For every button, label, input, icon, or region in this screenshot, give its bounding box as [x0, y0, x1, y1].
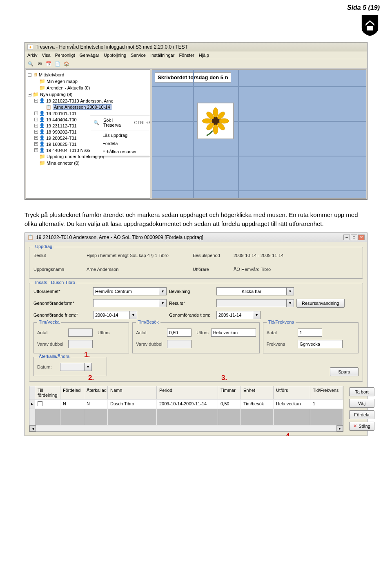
ctx-search[interactable]: 🔍Sök i TreservaCTRL+S	[90, 116, 150, 129]
menu-personligt[interactable]: Personligt	[55, 53, 75, 58]
gen-tom-date[interactable]: 2009-11-14▾	[216, 311, 294, 319]
tf-frekvens-input[interactable]: Ggr/vecka	[298, 340, 343, 348]
scroll-right-button[interactable]: ▸	[336, 425, 343, 431]
tree-person-3[interactable]: 19 440404-T00	[46, 117, 77, 122]
chevron-down-icon[interactable]: ▾	[287, 287, 294, 295]
scroll-left-button[interactable]: ◂	[29, 425, 36, 431]
expand-icon[interactable]: +	[34, 130, 38, 134]
utforarenhet-select[interactable]: Hemvård Centrum▾	[93, 287, 167, 295]
genform-select[interactable]: ▾	[93, 299, 167, 307]
menubar[interactable]: Arkiv Visa Personligt Genvägar Uppföljni…	[25, 51, 367, 59]
ctx-read[interactable]: Läs uppdrag	[90, 131, 150, 139]
menu-arkiv[interactable]: Arkiv	[27, 53, 37, 58]
tree-person-1[interactable]: 19 221022-T010 Andersson, Arne	[46, 98, 114, 103]
bevakning-label: Bevakning	[169, 289, 214, 294]
page-number: Sida 5 (19)	[0, 0, 392, 14]
ctx-fordela[interactable]: Fördela	[90, 139, 150, 148]
tb-antal-input[interactable]: 0,50	[167, 329, 192, 337]
ctx-resurser[interactable]: Erhållna resurser	[90, 148, 150, 156]
col-timmar[interactable]: Timmar	[218, 386, 241, 399]
cell-tidfrekvens: 1	[310, 400, 343, 409]
stang-button[interactable]: ✕Stäng	[349, 422, 374, 431]
table-row[interactable]: ▸ N N Dusch Tibro 2009-10-14-2009-11-14 …	[29, 399, 343, 409]
collapse-icon[interactable]: –	[28, 93, 31, 96]
checkbox[interactable]	[38, 401, 42, 406]
expand-icon[interactable]: +	[34, 118, 38, 121]
collapse-icon[interactable]: –	[28, 73, 31, 77]
ta-bort-button[interactable]: Ta bort	[349, 387, 374, 396]
beslutsperiod-value: 2009-10-14 - 2009-11-14	[234, 253, 283, 258]
resurs-select[interactable]: ▾	[216, 299, 294, 307]
col-period[interactable]: Period	[157, 386, 218, 399]
menu-visa[interactable]: Visa	[42, 53, 51, 58]
bevakning-button[interactable]: Klicka här▾	[216, 287, 294, 295]
tree-person-2[interactable]: 19 200101-T01	[46, 111, 77, 116]
table-row-empty[interactable]	[29, 409, 343, 425]
desktop-thumbnail[interactable]	[197, 103, 234, 139]
chevron-down-icon[interactable]: ▾	[130, 311, 137, 319]
menu-genvagar[interactable]: Genvägar	[80, 53, 99, 58]
tv-varav-input[interactable]	[68, 340, 93, 348]
col-fordelad[interactable]: Fördelad	[60, 386, 84, 399]
maximize-button[interactable]: □	[351, 235, 357, 240]
aterkalla-date[interactable]: ▾	[60, 363, 92, 371]
toolbar-mail-icon[interactable]: ✉	[36, 60, 43, 67]
toolbar-home-icon[interactable]: 🏠	[63, 60, 70, 67]
col-enhet[interactable]: Enhet	[241, 386, 274, 399]
tree-nya-uppdrag[interactable]: Nya uppdrag (9)	[40, 92, 73, 97]
toolbar-doc-icon[interactable]: 📄	[54, 60, 61, 67]
minimize-button[interactable]: –	[343, 235, 350, 240]
tree-person-5[interactable]: 18 990202-T01	[46, 130, 77, 134]
menu-uppfoljning[interactable]: Uppföljning	[104, 53, 126, 58]
beslut-value: Hjälp i hemmet enligt SoL kap 4 § 1 Tibr…	[87, 253, 193, 258]
chevron-down-icon[interactable]: ▾	[253, 311, 261, 319]
col-namn[interactable]: Namn	[108, 386, 157, 399]
varav-label: Varav dubbel	[37, 342, 66, 346]
toolbar-search-icon[interactable]: 🔍	[27, 60, 34, 67]
menu-installningar[interactable]: Inställningar	[150, 53, 174, 58]
tree-arenden[interactable]: Ärenden - Aktuella (0)	[47, 85, 90, 90]
valj-button[interactable]: Välj	[349, 399, 374, 408]
tv-antal-input[interactable]	[68, 329, 93, 337]
tf-antal-input[interactable]: 1	[298, 329, 322, 337]
tree-root[interactable]: Mittskrivbord	[39, 72, 64, 77]
fordela-button[interactable]: Fördela	[349, 410, 374, 419]
tim-besok-title: Tim/Besök	[136, 320, 160, 324]
tree-uppdrag-selected[interactable]: Arne Andersson 2009-10-14	[53, 104, 111, 110]
navigation-tree[interactable]: –🖥Mittskrivbord 📁Min egen mapp 📁Ärenden …	[26, 69, 150, 199]
horizontal-scrollbar[interactable]: ◂ ▸	[29, 425, 343, 431]
uppdrag-group: Uppdrag Beslut Hjälp i hemmet enligt SoL…	[29, 247, 363, 279]
tree-person-4[interactable]: 19 231112-T01	[46, 123, 77, 128]
window2-icon: 📋	[27, 235, 33, 240]
insats-table[interactable]: Till fördelning Fördelad Återkallad Namn…	[29, 386, 343, 432]
tb-utfors-input[interactable]: Hela veckan	[211, 329, 256, 337]
col-till-fordelning[interactable]: Till fördelning	[35, 386, 60, 399]
col-aterkallad[interactable]: Återkallad	[84, 386, 108, 399]
close-button[interactable]: ✕	[358, 235, 365, 240]
col-tidfrekvens[interactable]: Tid/Frekvens	[310, 386, 343, 399]
chevron-down-icon[interactable]: ▾	[85, 363, 92, 371]
tree-person-6[interactable]: 19 280524-T01	[46, 136, 77, 141]
chevron-down-icon[interactable]: ▾	[287, 299, 294, 307]
chevron-down-icon[interactable]: ▾	[159, 299, 167, 307]
menu-service[interactable]: Service	[131, 53, 146, 58]
collapse-icon[interactable]: –	[34, 99, 38, 103]
chevron-down-icon[interactable]: ▾	[159, 287, 167, 295]
menu-hjalp[interactable]: Hjälp	[199, 53, 209, 58]
expand-icon[interactable]: +	[34, 142, 38, 146]
tree-person-7[interactable]: 19 160825-T01	[46, 142, 77, 147]
tree-mina-enheter[interactable]: Mina enheter (0)	[47, 161, 80, 165]
expand-icon[interactable]: +	[34, 136, 38, 140]
resursanvandning-button[interactable]: Resursanvändning	[296, 299, 345, 308]
expand-icon[interactable]: +	[34, 124, 38, 127]
gen-from-date[interactable]: 2009-10-14▾	[93, 311, 167, 319]
expand-icon[interactable]: +	[34, 112, 38, 115]
tree-my-folder[interactable]: Min egen mapp	[47, 79, 78, 84]
tb-varav-input[interactable]	[167, 340, 192, 348]
toolbar-calendar-icon[interactable]: 📅	[45, 60, 52, 67]
folder-icon: 📁	[39, 78, 45, 84]
menu-fonster[interactable]: Fönster	[179, 53, 194, 58]
spara-button[interactable]: Spara	[330, 367, 359, 376]
col-utfors[interactable]: Utförs	[274, 386, 310, 399]
expand-icon[interactable]: +	[34, 148, 38, 152]
